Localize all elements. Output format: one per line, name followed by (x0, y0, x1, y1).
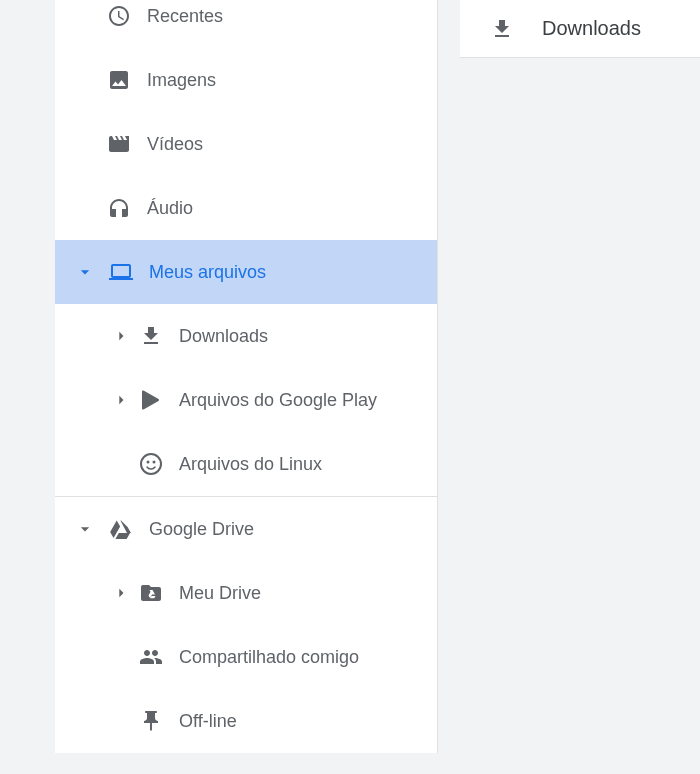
sidebar-item-label: Off-line (179, 711, 237, 732)
sidebar-item-images[interactable]: Imagens (55, 48, 437, 112)
movie-icon (107, 132, 131, 156)
folder-drive-icon (139, 581, 163, 605)
sidebar-item-label: Compartilhado comigo (179, 647, 359, 668)
sidebar-item-playfiles[interactable]: Arquivos do Google Play (55, 368, 437, 432)
chevron-right-icon (111, 390, 131, 410)
image-icon (107, 68, 131, 92)
svg-point-0 (141, 454, 161, 474)
sidebar-item-audio[interactable]: Áudio (55, 176, 437, 240)
content-title: Downloads (542, 17, 641, 40)
sidebar-item-label: Áudio (147, 198, 193, 219)
chevron-right-icon (111, 583, 131, 603)
sidebar-item-label: Meu Drive (179, 583, 261, 604)
sidebar-item-linuxfiles[interactable]: Arquivos do Linux (55, 432, 437, 496)
sidebar-item-shared[interactable]: Compartilhado comigo (55, 625, 437, 689)
sidebar-item-mydrive[interactable]: Meu Drive (55, 561, 437, 625)
sidebar-item-myfiles[interactable]: Meus arquivos (55, 240, 437, 304)
chevron-down-icon (75, 519, 95, 539)
sidebar-item-recents[interactable]: Recentes (55, 0, 437, 48)
svg-point-1 (147, 461, 150, 464)
sidebar-item-offline[interactable]: Off-line (55, 689, 437, 753)
sidebar-item-videos[interactable]: Vídeos (55, 112, 437, 176)
sidebar-item-label: Recentes (147, 6, 223, 27)
svg-point-2 (153, 461, 156, 464)
sidebar-item-label: Downloads (179, 326, 268, 347)
sidebar-item-downloads[interactable]: Downloads (55, 304, 437, 368)
download-icon (490, 17, 514, 41)
sidebar: Recentes Imagens Vídeos Áudio Meus arqui… (55, 0, 438, 753)
sidebar-item-label: Imagens (147, 70, 216, 91)
download-icon (139, 324, 163, 348)
sidebar-item-label: Google Drive (149, 519, 254, 540)
sidebar-item-label: Meus arquivos (149, 262, 266, 283)
chevron-down-icon (75, 262, 95, 282)
drive-icon (109, 517, 133, 541)
laptop-icon (109, 260, 133, 284)
play-icon (139, 388, 163, 412)
chevron-right-icon (111, 326, 131, 346)
headset-icon (107, 196, 131, 220)
sidebar-item-gdrive[interactable]: Google Drive (55, 497, 437, 561)
pin-icon (139, 709, 163, 733)
sidebar-item-label: Arquivos do Linux (179, 454, 322, 475)
people-icon (139, 645, 163, 669)
clock-icon (107, 4, 131, 28)
linux-icon (139, 452, 163, 476)
sidebar-item-label: Arquivos do Google Play (179, 390, 377, 411)
content-header: Downloads (460, 0, 700, 58)
sidebar-item-label: Vídeos (147, 134, 203, 155)
